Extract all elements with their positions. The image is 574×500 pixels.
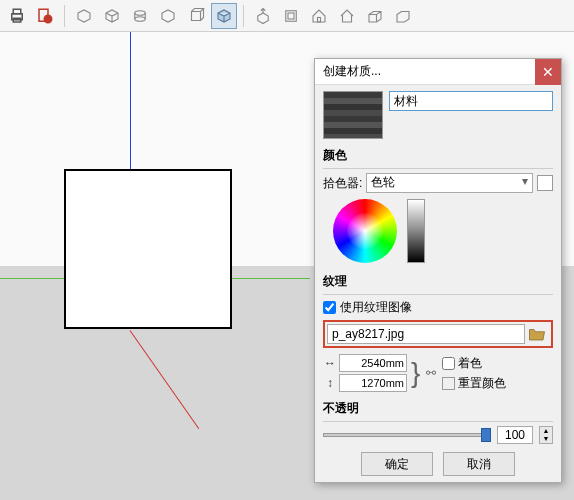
dialog-titlebar[interactable]: 创建材质... ✕ (315, 59, 561, 85)
svg-point-6 (135, 16, 146, 21)
opacity-section-label: 不透明 (323, 400, 553, 417)
colorize-checkbox[interactable] (442, 357, 455, 370)
close-button[interactable]: ✕ (535, 59, 561, 85)
tool-shape-5[interactable] (183, 3, 209, 29)
width-input[interactable] (339, 354, 407, 372)
tool-shape-4[interactable] (155, 3, 181, 29)
rectangle-face[interactable] (64, 169, 232, 329)
undo-color-icon[interactable] (537, 175, 553, 191)
height-icon: ↕ (323, 376, 337, 390)
texture-section-label: 纹理 (323, 273, 553, 290)
tool-shape-active[interactable] (211, 3, 237, 29)
opacity-slider[interactable] (323, 428, 491, 442)
height-input[interactable] (339, 374, 407, 392)
svg-point-5 (135, 10, 146, 15)
create-material-dialog: 创建材质... ✕ 颜色 拾色器: 色轮▾ 纹理 使用纹理图像 (314, 58, 562, 483)
opacity-input[interactable] (497, 426, 533, 444)
divider-2 (323, 294, 553, 295)
svg-rect-7 (286, 10, 297, 21)
link-aspect-icon[interactable]: ⚯ (424, 359, 438, 387)
texture-file-input[interactable] (327, 324, 525, 344)
reset-color-label: 重置颜色 (458, 375, 506, 392)
tool-shape-1[interactable] (71, 3, 97, 29)
tool-extrude[interactable] (250, 3, 276, 29)
brace-icon: } (411, 359, 420, 387)
tool-box-1[interactable] (362, 3, 388, 29)
svg-point-4 (44, 15, 52, 23)
material-name-input[interactable] (389, 91, 553, 111)
tool-print[interactable] (4, 3, 30, 29)
folder-icon (528, 326, 546, 342)
divider (323, 168, 553, 169)
reset-color-swatch[interactable] (442, 377, 455, 390)
picker-value: 色轮 (371, 175, 395, 189)
colorize-label: 着色 (458, 355, 482, 372)
axis-blue (130, 32, 131, 175)
toolbar-divider (64, 5, 65, 27)
material-preview (323, 91, 383, 139)
browse-button[interactable] (525, 324, 549, 344)
tool-house-open[interactable] (334, 3, 360, 29)
tool-shape-3[interactable] (127, 3, 153, 29)
width-icon: ↔ (323, 356, 337, 370)
tool-shape-2[interactable] (99, 3, 125, 29)
color-section-label: 颜色 (323, 147, 553, 164)
tool-box-2[interactable] (390, 3, 416, 29)
picker-select[interactable]: 色轮▾ (366, 173, 533, 193)
divider-3 (323, 421, 553, 422)
use-texture-label: 使用纹理图像 (340, 299, 412, 316)
svg-rect-1 (13, 9, 21, 14)
use-texture-checkbox[interactable] (323, 301, 336, 314)
dialog-title-text: 创建材质... (323, 63, 381, 80)
value-slider[interactable] (407, 199, 425, 263)
tool-house[interactable] (306, 3, 332, 29)
ok-button[interactable]: 确定 (361, 452, 433, 476)
texture-file-row (323, 320, 553, 348)
main-toolbar (0, 0, 574, 32)
color-wheel[interactable] (333, 199, 397, 263)
toolbar-divider-2 (243, 5, 244, 27)
tool-component[interactable] (278, 3, 304, 29)
opacity-spinner[interactable]: ▲▼ (539, 426, 553, 444)
tool-model-info[interactable] (32, 3, 58, 29)
svg-rect-9 (318, 17, 321, 22)
cancel-button[interactable]: 取消 (443, 452, 515, 476)
svg-rect-8 (288, 13, 294, 19)
axis-red (130, 330, 200, 429)
picker-label: 拾色器: (323, 175, 362, 192)
